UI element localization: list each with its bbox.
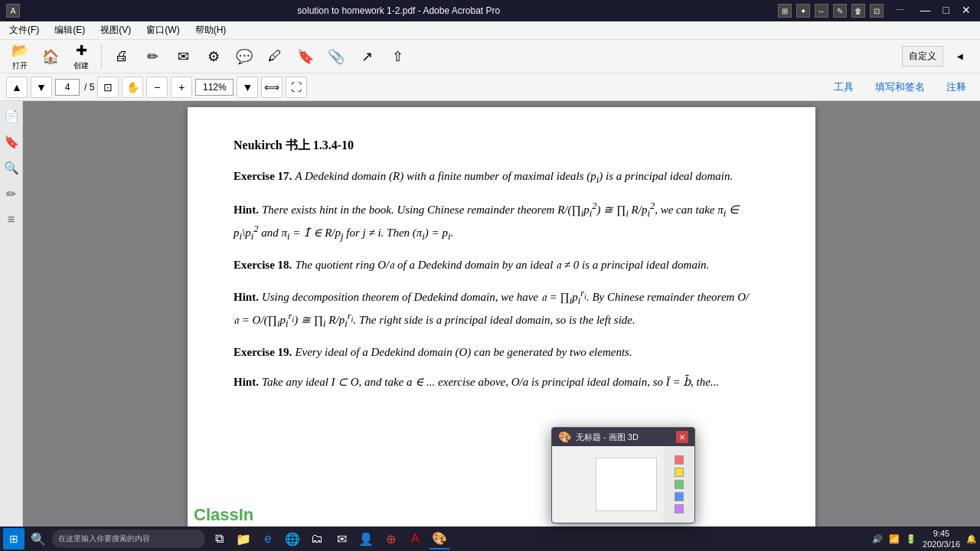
- taskbar-app1[interactable]: 👤: [355, 528, 377, 549]
- hint18-paragraph: Hint. Using decomposition theorem of Ded…: [234, 285, 754, 331]
- taskbar-paint[interactable]: 🎨: [429, 528, 450, 549]
- zoom-in-button[interactable]: +: [171, 77, 192, 98]
- taskbar-task-view[interactable]: ⧉: [208, 528, 230, 549]
- comment-nav-button[interactable]: 注释: [939, 77, 974, 97]
- color-swatch-green: [675, 480, 684, 489]
- gear-icon: ⚙: [207, 48, 220, 65]
- taskbar: ⊞ 🔍 在这里输入你要搜索的内容 ⧉ 📁 e 🌐 🗂 ✉ 👤 ⊕ A 🎨 🔊 📶…: [0, 527, 980, 551]
- pen-icon: 🖊: [268, 48, 282, 64]
- sidebar-layers[interactable]: ≡: [3, 211, 20, 228]
- taskbar-mail[interactable]: ✉: [331, 528, 352, 549]
- color-swatch-red: [675, 455, 684, 465]
- exercise18-label: Exercise 18.: [234, 259, 292, 271]
- stamp-button[interactable]: 🔖: [292, 47, 319, 67]
- attach-icon: 📎: [328, 48, 345, 65]
- exercise18-text: The quotient ring O/𝔞 of a Dedekind doma…: [295, 259, 709, 271]
- popup-header: 🎨 无标题 - 画图 3D ✕: [552, 428, 694, 446]
- sidebar-comments[interactable]: ✏: [3, 185, 20, 202]
- full-screen-button[interactable]: ⛶: [286, 77, 307, 98]
- popup-close-button[interactable]: ✕: [676, 431, 688, 443]
- popup-thumbnail[interactable]: [552, 446, 694, 523]
- next-page-button[interactable]: ▼: [31, 77, 52, 98]
- tray-notification[interactable]: 🔔: [966, 534, 977, 544]
- nav-bar: ▲ ▼ / 5 ⊡ ✋ − + ▼ ⟺ ⛶ 工具 填写和签名 注释: [0, 73, 980, 101]
- page-total: / 5: [84, 82, 94, 93]
- hint18-text: Using decomposition theorem of Dedekind …: [234, 291, 749, 326]
- home-button[interactable]: 🏠: [37, 47, 64, 67]
- minimize-button[interactable]: —: [917, 4, 934, 18]
- paint3d-icon: 🎨: [558, 431, 571, 443]
- main-layout: 📄 🔖 🔍 ✏ ≡ Neukirch 书上 1.3.4-10 Exercise …: [0, 101, 980, 527]
- menu-bar: 文件(F) 编辑(E) 视图(V) 窗口(W) 帮助(H): [0, 21, 980, 40]
- taskbar-icon-1[interactable]: ⊞: [778, 4, 792, 18]
- nav-right: 工具 填写和签名 注释: [826, 77, 974, 97]
- menu-edit[interactable]: 编辑(E): [51, 22, 88, 38]
- maximize-button[interactable]: □: [940, 4, 952, 18]
- toolbar-separator-1: [101, 44, 102, 69]
- attach-button[interactable]: 📎: [322, 47, 350, 67]
- menu-window[interactable]: 窗口(W): [143, 22, 182, 38]
- hint19-text: Take any ideal I ⊂ O, and take a ∈ ... e…: [262, 376, 719, 388]
- taskbar-file-explorer[interactable]: 📁: [233, 528, 254, 549]
- color-swatch-yellow: [675, 468, 684, 477]
- close-button[interactable]: ✕: [959, 4, 974, 18]
- annotate-button[interactable]: ✏: [139, 47, 166, 67]
- hand-tool-button[interactable]: ✋: [122, 77, 143, 98]
- annotate-icon: ✏: [147, 48, 158, 65]
- paint3d-popup: 🎨 无标题 - 画图 3D ✕: [551, 427, 695, 523]
- create-icon: ✚: [76, 42, 87, 59]
- exercise18-paragraph: Exercise 18. The quotient ring O/𝔞 of a …: [234, 255, 754, 275]
- title-bar-controls: ⊞ ✦ ↔ ✎ 🗑 ⊡ — — □ ✕: [778, 4, 974, 18]
- send-icon: ✉: [178, 48, 189, 65]
- sidebar-page-thumbs[interactable]: 📄: [3, 107, 20, 124]
- sidebar-search[interactable]: 🔍: [3, 159, 20, 176]
- fit-width-button[interactable]: ⟺: [261, 77, 283, 98]
- exercise17-text: A Dedekind domain (R) with a finite numb…: [295, 170, 733, 182]
- open-button[interactable]: 📂 打开: [6, 41, 34, 73]
- tools-button[interactable]: 工具: [826, 77, 861, 97]
- pen-button[interactable]: 🖊: [261, 47, 289, 66]
- taskbar-icon-4[interactable]: ✎: [833, 4, 847, 18]
- customize-button[interactable]: 自定义: [902, 46, 943, 67]
- comment-button[interactable]: 💬: [230, 47, 258, 67]
- taskbar-ie[interactable]: 🌐: [282, 528, 303, 549]
- hint19-label: Hint.: [234, 376, 259, 388]
- page-number-input[interactable]: [55, 79, 80, 96]
- share-button[interactable]: ⇧: [384, 47, 411, 67]
- prev-page-button[interactable]: ▲: [6, 77, 28, 98]
- exercise19-paragraph: Exercise 19. Every ideal of a Dedekind d…: [234, 342, 754, 362]
- exercise19-label: Exercise 19.: [234, 346, 292, 358]
- hint17-label: Hint.: [234, 204, 259, 216]
- expand-button[interactable]: ◀: [946, 46, 974, 67]
- sign-button[interactable]: 填写和签名: [867, 77, 933, 97]
- taskbar-icon-3[interactable]: ↔: [815, 4, 828, 18]
- send-button[interactable]: ✉: [169, 47, 197, 67]
- print-button[interactable]: 🖨: [108, 47, 136, 66]
- menu-file[interactable]: 文件(F): [6, 22, 42, 38]
- pdf-content-area: Neukirch 书上 1.3.4-10 Exercise 17. A Dede…: [23, 101, 980, 527]
- fit-page-button[interactable]: ⊡: [97, 77, 119, 98]
- taskbar-edge[interactable]: e: [257, 528, 279, 549]
- zoom-dropdown-button[interactable]: ▼: [237, 77, 258, 98]
- exercise17-paragraph: Exercise 17. A Dedekind domain (R) with …: [234, 166, 754, 187]
- menu-help[interactable]: 帮助(H): [192, 22, 230, 38]
- taskbar-system-tray: 🔊 📶 🔋 9:45 2020/3/16 🔔: [872, 528, 977, 550]
- taskbar-folder[interactable]: 🗂: [306, 528, 328, 549]
- taskbar-chrome[interactable]: ⊕: [380, 528, 401, 549]
- taskbar-acrobat[interactable]: A: [404, 528, 426, 549]
- zoom-out-button[interactable]: −: [146, 77, 168, 98]
- sidebar-bookmarks[interactable]: 🔖: [3, 133, 20, 150]
- taskbar-icon-2[interactable]: ✦: [796, 4, 810, 18]
- taskbar-icon-5[interactable]: 🗑: [851, 4, 865, 18]
- zoom-input[interactable]: [195, 79, 234, 96]
- share-icon: ⇧: [392, 48, 403, 65]
- classin-watermark: ClassIn Empowered By EEO: [194, 505, 264, 527]
- export-button[interactable]: ↗: [353, 47, 381, 67]
- settings-button[interactable]: ⚙: [200, 47, 227, 67]
- taskbar-icon-6[interactable]: ⊡: [870, 4, 884, 18]
- paint-canvas: [596, 458, 657, 511]
- taskbar-search-box[interactable]: 在这里输入你要搜索的内容: [52, 530, 205, 548]
- create-button[interactable]: ✚ 创建: [67, 41, 95, 73]
- menu-view[interactable]: 视图(V): [97, 22, 134, 38]
- start-button[interactable]: ⊞: [3, 528, 24, 549]
